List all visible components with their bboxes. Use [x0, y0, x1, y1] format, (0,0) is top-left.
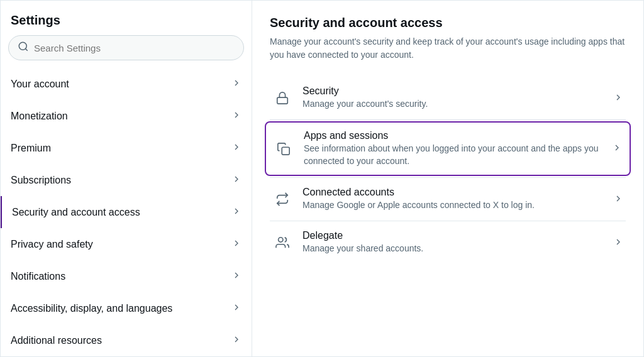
sidebar-item-label: Additional resources: [11, 335, 102, 346]
svg-rect-3: [282, 147, 289, 155]
app-container: Settings Your accountMonetizationPremium…: [0, 0, 644, 357]
menu-item-title: Delegate: [303, 230, 611, 241]
arrows-icon: [270, 187, 295, 212]
menu-item-content: Apps and sessionsSee information about w…: [304, 130, 609, 167]
menu-item-title: Security: [303, 85, 611, 97]
chevron-right-icon: [611, 237, 626, 249]
menu-item-content: Connected accountsManage Google or Apple…: [303, 187, 611, 212]
sidebar-item-label: Premium: [11, 143, 51, 154]
chevron-right-icon: [231, 174, 242, 186]
search-icon: [18, 41, 29, 55]
menu-item-connected-accounts[interactable]: Connected accountsManage Google or Apple…: [270, 178, 626, 221]
copy-icon: [271, 136, 296, 162]
menu-item-content: DelegateManage your shared accounts.: [303, 230, 611, 255]
menu-divider: [270, 119, 626, 120]
chevron-right-icon: [609, 143, 625, 155]
sidebar-title: Settings: [1, 11, 252, 35]
sidebar-item-label: Notifications: [11, 271, 65, 282]
sidebar-item-label: Monetization: [11, 111, 68, 122]
main-content: Security and account access Manage your …: [252, 1, 643, 356]
sidebar-item-security-and-account-access[interactable]: Security and account access: [1, 196, 252, 228]
sidebar-item-notifications[interactable]: Notifications: [1, 260, 252, 292]
sidebar-item-your-account[interactable]: Your account: [1, 68, 252, 100]
chevron-right-icon: [231, 334, 242, 346]
sidebar-item-monetization[interactable]: Monetization: [1, 100, 252, 132]
menu-item-description: See information about when you logged in…: [304, 143, 606, 167]
menu-item-description: Manage your shared accounts.: [303, 243, 604, 255]
chevron-right-icon: [231, 238, 242, 250]
chevron-right-icon: [231, 302, 242, 314]
menu-item-delegate[interactable]: DelegateManage your shared accounts.: [270, 221, 626, 264]
menu-item-content: SecurityManage your account's security.: [303, 85, 611, 111]
menu-item-security[interactable]: SecurityManage your account's security.: [270, 77, 626, 119]
menu-item-title: Apps and sessions: [304, 130, 609, 141]
chevron-right-icon: [231, 78, 242, 90]
svg-point-4: [279, 238, 283, 242]
chevron-right-icon: [231, 270, 242, 282]
chevron-right-icon: [611, 92, 626, 104]
sidebar-item-label: Accessibility, display, and languages: [11, 303, 172, 314]
menu-item-description: Manage Google or Apple accounts connecte…: [303, 199, 604, 212]
search-input[interactable]: [34, 43, 235, 53]
sidebar: Settings Your accountMonetizationPremium…: [1, 1, 252, 356]
sidebar-item-premium[interactable]: Premium: [1, 132, 252, 164]
sidebar-item-label: Security and account access: [12, 207, 140, 218]
sidebar-item-privacy-and-safety[interactable]: Privacy and safety: [1, 228, 252, 260]
menu-item-title: Connected accounts: [303, 187, 611, 198]
chevron-right-icon: [231, 206, 242, 218]
menu-list: SecurityManage your account's security. …: [270, 77, 626, 264]
lock-icon: [270, 85, 295, 111]
sidebar-item-label: Your account: [11, 79, 69, 90]
sidebar-nav: Your accountMonetizationPremiumSubscript…: [1, 68, 252, 356]
sidebar-item-subscriptions[interactable]: Subscriptions: [1, 164, 252, 196]
sidebar-item-additional-resources[interactable]: Additional resources: [1, 324, 252, 356]
menu-item-apps-and-sessions[interactable]: Apps and sessionsSee information about w…: [265, 121, 631, 176]
main-description: Manage your account's security and keep …: [270, 35, 626, 62]
sidebar-item-label: Privacy and safety: [11, 239, 93, 250]
main-title: Security and account access: [270, 16, 626, 30]
svg-line-1: [25, 48, 27, 50]
chevron-right-icon: [611, 194, 626, 206]
svg-point-0: [19, 42, 26, 50]
search-bar[interactable]: [8, 35, 244, 60]
menu-item-description: Manage your account's security.: [303, 98, 604, 111]
svg-rect-2: [277, 97, 288, 104]
delegate-icon: [270, 230, 295, 255]
chevron-right-icon: [231, 110, 242, 122]
chevron-right-icon: [231, 142, 242, 154]
sidebar-item-label: Subscriptions: [11, 175, 71, 186]
sidebar-item-accessibility-display-languages[interactable]: Accessibility, display, and languages: [1, 292, 252, 324]
